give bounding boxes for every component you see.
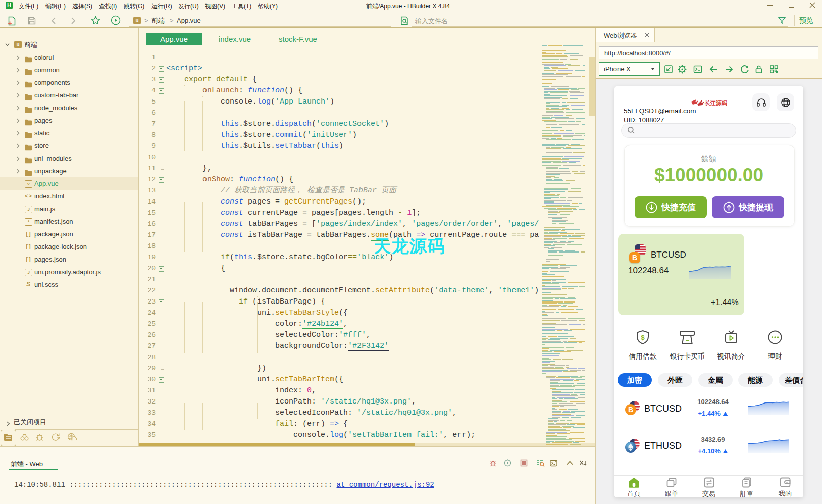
svg-text:$: $ [641,334,645,341]
svg-text:长江源码: 长江源码 [704,100,727,106]
